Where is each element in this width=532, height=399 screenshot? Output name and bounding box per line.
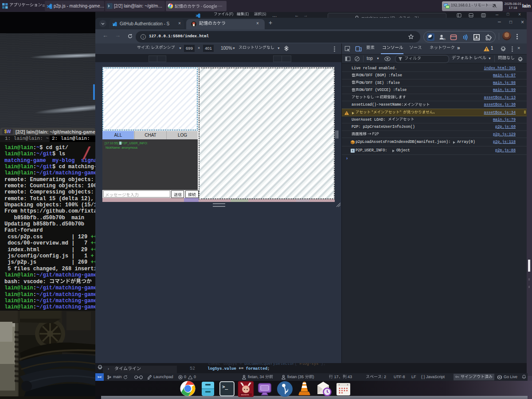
svg-text:>_: >_ bbox=[222, 384, 228, 390]
svg-text:JS: JS bbox=[443, 38, 446, 40]
svg-text:wezterm: wezterm bbox=[241, 394, 249, 396]
